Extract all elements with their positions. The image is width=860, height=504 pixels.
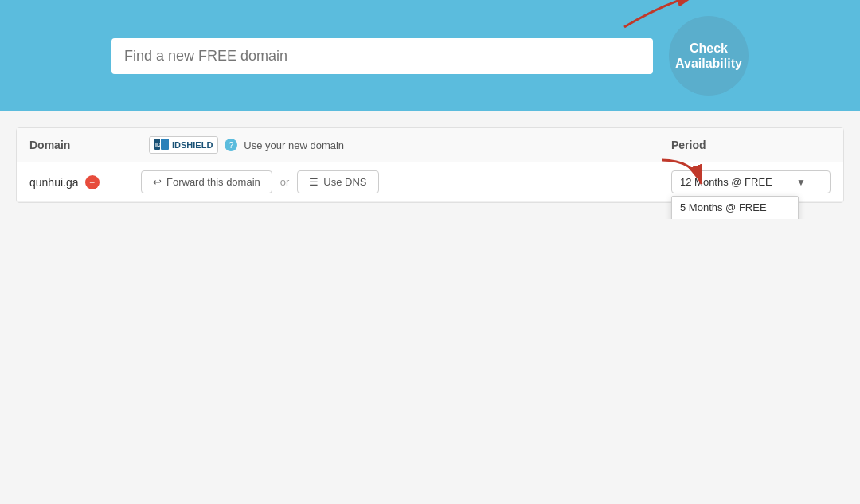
search-container: [111, 38, 653, 74]
remove-domain-icon[interactable]: −: [85, 175, 100, 189]
actions-cell: ↩ Forward this domain or ☰ Use DNS: [141, 170, 671, 193]
period-cell: 12 Months @ FREE ▼ 1 Month @ FREE2 Month…: [671, 170, 831, 193]
domain-search-input[interactable]: [124, 48, 640, 64]
idshield-logo: ID: [154, 139, 169, 151]
idshield-text: IDSHIELD: [172, 140, 213, 150]
table-header: Domain ID IDSHIELD ? Use your new domain…: [17, 128, 843, 162]
period-column-label: Period: [671, 139, 706, 151]
column-use: ID IDSHIELD ? Use your new domain: [149, 136, 663, 154]
svg-rect-1: [161, 139, 169, 150]
idshield-badge: ID IDSHIELD: [149, 136, 218, 154]
forward-domain-button[interactable]: ↩ Forward this domain: [141, 170, 272, 193]
dropdown-item[interactable]: 6 Months @ FREE: [672, 217, 798, 219]
domain-name: qunhui.ga: [29, 176, 79, 189]
main-content: Domain ID IDSHIELD ? Use your new domain…: [16, 127, 844, 203]
column-period: Period: [671, 139, 831, 151]
check-button-label: Check Availability: [675, 41, 742, 71]
period-dropdown[interactable]: 1 Month @ FREE2 Months @ FREE3 Months @ …: [671, 196, 799, 219]
domain-column-label: Domain: [29, 139, 70, 151]
domain-cell: qunhui.ga −: [29, 175, 141, 189]
table-row: qunhui.ga − ↩ Forward this domain or ☰ U…: [17, 162, 843, 202]
help-icon[interactable]: ?: [225, 139, 237, 151]
dns-button-label: Use DNS: [323, 176, 366, 188]
header-area: Check Availability: [0, 0, 860, 111]
column-domain: Domain: [29, 139, 141, 151]
forward-icon: ↩: [153, 176, 162, 188]
or-separator: or: [280, 176, 290, 188]
period-select[interactable]: 12 Months @ FREE ▼: [671, 170, 831, 193]
use-domain-label: Use your new domain: [244, 139, 344, 151]
use-dns-button[interactable]: ☰ Use DNS: [297, 170, 378, 193]
period-selected-value: 12 Months @ FREE: [680, 176, 772, 188]
svg-text:ID: ID: [155, 142, 161, 147]
dropdown-item[interactable]: 5 Months @ FREE: [672, 197, 798, 217]
dns-icon: ☰: [309, 176, 319, 188]
check-availability-button[interactable]: Check Availability: [669, 16, 749, 96]
forward-button-label: Forward this domain: [166, 176, 260, 188]
dropdown-arrow-icon: ▼: [796, 177, 806, 188]
